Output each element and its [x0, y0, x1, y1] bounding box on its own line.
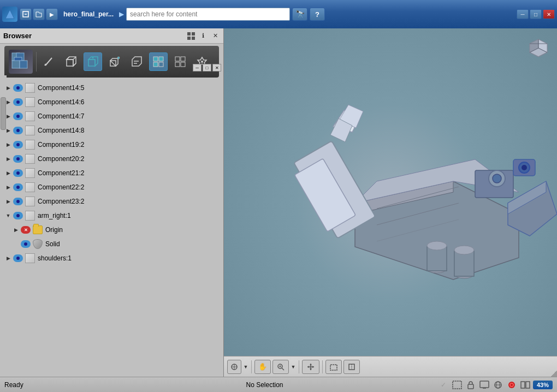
list-item[interactable]: ▶ Component14:5	[0, 81, 223, 95]
tree-item-label: Component14:7	[38, 112, 84, 120]
app-icon	[2, 7, 17, 22]
visibility-eye-hidden-icon[interactable]	[21, 226, 31, 234]
list-item[interactable]: ▶ Origin	[0, 223, 223, 237]
close-button[interactable]: ✕	[543, 9, 555, 19]
visibility-eye-icon[interactable]	[13, 254, 23, 262]
svg-rect-51	[427, 247, 447, 271]
arrow-button[interactable]: ▶	[46, 8, 58, 20]
visibility-eye-icon[interactable]	[21, 240, 31, 248]
browser-grid-icon[interactable]	[186, 31, 196, 41]
nav-reset-button[interactable]	[227, 360, 241, 374]
display-mode-icon[interactable]	[519, 379, 531, 391]
select-icon[interactable]	[451, 379, 463, 391]
zoom-dropdown-button[interactable]: ▼	[291, 360, 296, 374]
search-button[interactable]: 🔭	[292, 8, 307, 21]
browser-restore-button[interactable]: □	[203, 64, 211, 72]
views-tool-button[interactable]	[149, 52, 168, 71]
nav-separator-1	[251, 360, 252, 373]
list-item[interactable]: ▶ Component19:2	[0, 138, 223, 152]
svg-rect-30	[159, 57, 163, 61]
display-tool-button[interactable]	[171, 52, 189, 71]
tree-item-label: arm_right:1	[38, 212, 71, 219]
folder-icon	[33, 225, 43, 234]
left-scrollbar[interactable]	[0, 75, 7, 360]
browser-info-icon[interactable]: ℹ	[198, 31, 208, 41]
list-item[interactable]: ▶ shoulders:1	[0, 251, 223, 265]
visibility-eye-icon[interactable]	[13, 169, 23, 177]
status-text: Ready	[4, 381, 92, 389]
list-item[interactable]: ▶ Component22:2	[0, 180, 223, 194]
minimize-button[interactable]: ─	[517, 9, 529, 19]
lock-icon[interactable]	[465, 379, 477, 391]
tree-item-label: Component23:2	[38, 198, 84, 205]
visibility-eye-icon[interactable]	[13, 141, 23, 149]
visibility-eye-icon[interactable]	[13, 155, 23, 163]
visibility-eye-icon[interactable]	[13, 127, 23, 134]
inspect-tool-button[interactable]	[127, 52, 146, 71]
browser-close-button[interactable]: ✕	[212, 64, 221, 72]
component-box-icon	[25, 97, 35, 107]
list-item[interactable]: ▶ Component14:8	[0, 123, 223, 138]
grid-icon[interactable]	[492, 379, 504, 391]
pan-button[interactable]: ✋	[254, 360, 271, 374]
browser-close-icon[interactable]: ✕	[210, 31, 220, 41]
assemble-tool-button[interactable]	[105, 52, 124, 71]
zoom-level-badge[interactable]: 43%	[533, 381, 553, 389]
window-select-button[interactable]	[325, 360, 342, 374]
scroll-thumb[interactable]	[1, 97, 6, 130]
new-button[interactable]	[20, 8, 32, 20]
maximize-button[interactable]: □	[530, 9, 542, 19]
search-input[interactable]	[126, 8, 290, 21]
zoom-button[interactable]	[272, 360, 289, 374]
tree-view: ▶ Component14:5 ▶ Component14:6 ▶ Compon…	[0, 80, 223, 377]
svg-rect-11	[20, 61, 27, 68]
list-item[interactable]: ▼ arm_right:1	[0, 209, 223, 223]
svg-rect-88	[468, 384, 473, 389]
component-box-icon	[25, 168, 35, 178]
section-box-button[interactable]	[343, 360, 360, 374]
open-button[interactable]	[33, 8, 45, 20]
tree-item-label: Component19:2	[38, 141, 84, 149]
browser-minimize-button[interactable]: ─	[193, 64, 202, 72]
browser-panel: Browser ℹ ✕	[0, 28, 224, 377]
list-item[interactable]: ▶ Component20:2	[0, 152, 223, 166]
tree-item-label: Solid	[45, 240, 60, 248]
fit-button[interactable]	[302, 360, 319, 374]
list-item[interactable]: ▶ Component14:7	[0, 109, 223, 123]
component-box-icon	[25, 83, 35, 93]
list-item[interactable]: ▶ Component14:6	[0, 95, 223, 109]
component-box-icon	[25, 154, 35, 164]
svg-marker-81	[310, 369, 312, 370]
svg-rect-34	[181, 57, 185, 61]
visibility-eye-icon[interactable]	[13, 98, 23, 106]
list-item[interactable]: Solid	[0, 237, 223, 251]
visibility-eye-icon[interactable]	[13, 84, 23, 92]
list-item[interactable]: ▶ Component23:2	[0, 194, 223, 209]
visibility-eye-icon[interactable]	[13, 112, 23, 120]
view-cube[interactable]	[524, 33, 553, 61]
title-arrow-icon: ▶	[119, 10, 124, 18]
sketch-tool-button[interactable]	[40, 52, 58, 71]
viewport[interactable]: ▼ ✋ ▼	[224, 28, 557, 377]
accept-icon[interactable]: ✓	[437, 379, 449, 391]
resize-handle[interactable]	[550, 370, 557, 377]
3d-view[interactable]: ▼ ✋ ▼	[224, 28, 557, 377]
list-item[interactable]: ▶ Component21:2	[0, 166, 223, 180]
tree-item-label: Component21:2	[38, 169, 84, 177]
modify-tool-button[interactable]	[84, 52, 102, 71]
visibility-eye-icon[interactable]	[13, 198, 23, 205]
visibility-eye-icon[interactable]	[13, 212, 23, 219]
svg-rect-54	[454, 251, 474, 276]
svg-rect-19	[88, 60, 95, 66]
svg-rect-33	[175, 57, 180, 61]
svg-line-75	[282, 368, 284, 370]
orbit-dropdown-button[interactable]: ▼	[243, 360, 248, 374]
file-title: hero_final_per...	[60, 9, 117, 19]
svg-point-25	[117, 57, 120, 59]
help-button[interactable]: ?	[310, 8, 325, 21]
create-tool-button[interactable]	[62, 52, 80, 71]
display-icon[interactable]	[478, 379, 490, 391]
main-toolbar	[4, 46, 219, 78]
component-box-icon	[25, 111, 35, 121]
visibility-eye-icon[interactable]	[13, 183, 23, 191]
